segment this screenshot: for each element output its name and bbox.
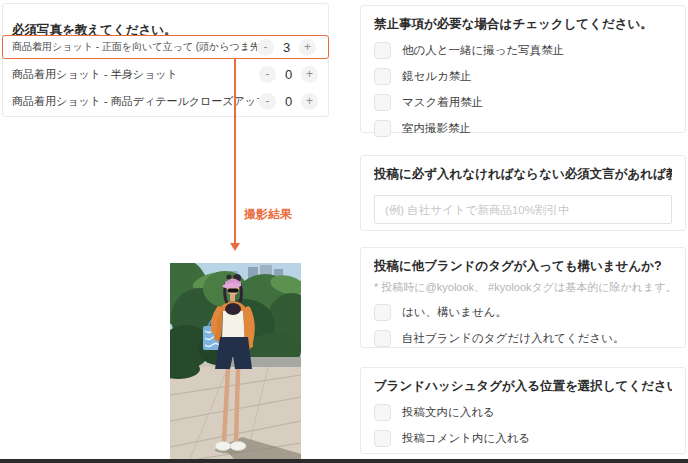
other-brand-tags-card: 投稿に他ブランドのタグが入っても構いませんか? * 投稿時に@kyolook、 … — [360, 247, 686, 348]
down-arrow-icon — [230, 243, 240, 251]
photo-requirement-row-detail-closeup[interactable]: 商品着用ショット - 商品ディテールクローズアップ - 0 + — [3, 89, 330, 113]
required-photos-card: 必須写真を教えてください。 商品着用ショット - 正面を向いて立って (頭からつ… — [2, 3, 329, 117]
checkbox-label: はい、構いません。 — [402, 305, 507, 320]
window-bottom-edge — [0, 459, 688, 463]
count-value: 0 — [282, 94, 295, 109]
increment-button[interactable]: + — [301, 93, 318, 110]
checkbox-label: 他の人と一緒に撮った写真禁止 — [402, 43, 564, 58]
photo-requirement-row-half-body[interactable]: 商品着用ショット - 半身ショット - 0 + — [3, 62, 330, 86]
result-photo — [170, 263, 301, 459]
increment-button[interactable]: + — [299, 39, 316, 56]
prohibitions-heading: 禁止事項が必要な場合はチェックしてください。 — [374, 16, 672, 33]
required-text-input[interactable] — [374, 195, 672, 224]
count-value: 3 — [280, 40, 293, 55]
decrement-button[interactable]: - — [259, 66, 276, 83]
hashtag-position-option-row[interactable]: 投稿コメント内に入れる — [374, 430, 672, 447]
decrement-button[interactable]: - — [259, 93, 276, 110]
checkbox[interactable] — [374, 94, 391, 111]
brand-tag-option-row[interactable]: 自社ブランドのタグだけ入れてください。 — [374, 330, 672, 347]
increment-button[interactable]: + — [301, 66, 318, 83]
photo-requirement-row-front-shot[interactable]: 商品着用ショット - 正面を向いて立って (頭からつま先が切れないように) - … — [2, 35, 329, 59]
prohibition-option-row[interactable]: 室内撮影禁止 — [374, 120, 672, 137]
checkbox[interactable] — [374, 330, 391, 347]
checkbox-label: マスク着用禁止 — [402, 95, 483, 110]
checkbox[interactable] — [374, 120, 391, 137]
hashtag-position-option-row[interactable]: 投稿文内に入れる — [374, 404, 672, 421]
count-value: 0 — [282, 67, 295, 82]
checkbox[interactable] — [374, 304, 391, 321]
required-text-card: 投稿に必ず入れなければならない必須文言があれば教えてください。 — [360, 155, 686, 231]
hashtag-position-card: ブランドハッシュタグが入る位置を選択してください。 投稿文内に入れる 投稿コメン… — [360, 367, 686, 454]
other-brand-tags-heading: 投稿に他ブランドのタグが入っても構いませんか? — [374, 258, 672, 275]
photo-requirement-label: 商品着用ショット - 正面を向いて立って (頭からつま先が切れないように) — [3, 40, 257, 54]
prohibitions-card: 禁止事項が必要な場合はチェックしてください。 他の人と一緒に撮った写真禁止 鏡セ… — [360, 5, 686, 133]
checkbox[interactable] — [374, 404, 391, 421]
decrement-button[interactable]: - — [257, 39, 274, 56]
photo-requirement-label: 商品着用ショット - 商品ディテールクローズアップ — [3, 94, 259, 109]
prohibition-option-row[interactable]: 他の人と一緒に撮った写真禁止 — [374, 42, 672, 59]
down-arrow-line — [234, 57, 236, 243]
model-photo-illustration — [170, 263, 301, 459]
prohibition-option-row[interactable]: マスク着用禁止 — [374, 94, 672, 111]
photo-requirement-label: 商品着用ショット - 半身ショット — [3, 67, 259, 82]
prohibition-option-row[interactable]: 鏡セルカ禁止 — [374, 68, 672, 85]
checkbox[interactable] — [374, 68, 391, 85]
checkbox-label: 投稿文内に入れる — [402, 405, 495, 420]
quantity-stepper: - 3 + — [257, 39, 316, 56]
required-text-heading: 投稿に必ず入れなければならない必須文言があれば教えてください。 — [374, 166, 672, 183]
hashtag-position-heading: ブランドハッシュタグが入る位置を選択してください。 — [374, 378, 672, 395]
kyolook-tag-note: * 投稿時に@kyolook、 #kyolookタグは基本的に除かれます。 — [374, 280, 672, 295]
checkbox[interactable] — [374, 42, 391, 59]
quantity-stepper: - 0 + — [259, 93, 318, 110]
shooting-result-label: 撮影結果 — [244, 206, 292, 223]
checkbox-label: 室内撮影禁止 — [402, 121, 471, 136]
brand-tag-option-row[interactable]: はい、構いません。 — [374, 304, 672, 321]
quantity-stepper: - 0 + — [259, 66, 318, 83]
checkbox-label: 自社ブランドのタグだけ入れてください。 — [402, 331, 625, 346]
checkbox-label: 投稿コメント内に入れる — [402, 431, 530, 446]
checkbox-label: 鏡セルカ禁止 — [402, 69, 472, 84]
checkbox[interactable] — [374, 430, 391, 447]
